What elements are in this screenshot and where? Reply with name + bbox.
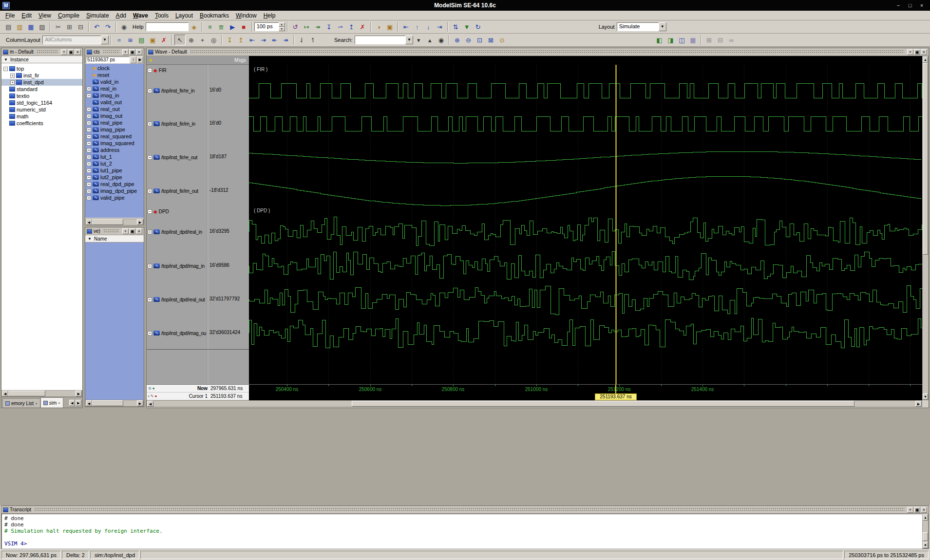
tab-scroll-right-icon[interactable]: ▶ [76, 400, 81, 406]
window-titlebar[interactable]: M ModelSim SE-64 10.6c −□× [0, 0, 930, 11]
signal-item-imag_pipe[interactable]: +∿imag_pipe [85, 126, 144, 133]
expander-icon[interactable]: + [87, 189, 91, 193]
undock-button[interactable]: ▣ [129, 228, 135, 234]
tab-close-icon[interactable]: × [58, 401, 60, 405]
titlebar-grip[interactable] [103, 229, 119, 233]
refresh-icon[interactable]: ↻ [473, 21, 484, 32]
scroll-up-icon[interactable]: ▲ [923, 514, 928, 521]
expand-pane-right-icon[interactable]: ◨ [665, 35, 676, 45]
zoom-button[interactable]: + [122, 228, 129, 234]
wave-group-dpd[interactable]: −◆DPD [148, 207, 206, 216]
expander-icon[interactable]: + [148, 230, 152, 234]
zoom-full-icon[interactable]: ⊡ [474, 35, 485, 45]
delete-cursor-icon[interactable]: ↥ [235, 35, 247, 45]
expander-icon[interactable]: + [148, 298, 152, 302]
signal-item-valid_out[interactable]: ∿valid_out [85, 99, 144, 106]
print-icon[interactable]: ▨ [37, 21, 48, 32]
new-file-icon[interactable]: ▤ [3, 21, 14, 32]
transcript-vscrollbar[interactable]: ▲ ▼ [922, 514, 929, 549]
add-selected-to-wave-icon[interactable]: ≈ [114, 35, 125, 45]
signal-item-imag_in[interactable]: +∿imag_in [85, 92, 144, 99]
signal-item-address[interactable]: +∿address [85, 147, 144, 153]
wave-signal-row[interactable]: +∿/top/inst_dpd/real_in [148, 227, 206, 236]
signal-item-lut_1[interactable]: +∿lut_1 [85, 153, 144, 160]
search-options-icon[interactable]: ◉ [436, 35, 447, 45]
scroll-left-icon[interactable]: ◀ [86, 219, 92, 225]
scroll-left-icon[interactable]: ◀ [86, 400, 92, 406]
layout-select[interactable]: Simulate [617, 22, 659, 31]
expander-icon[interactable]: + [87, 87, 91, 91]
lock-icon[interactable]: ▪ [148, 394, 150, 398]
tree-item-textio[interactable]: textio [1, 93, 82, 99]
expander-icon[interactable]: + [148, 89, 152, 93]
wave-vscrollbar[interactable]: ▲ ▼ [922, 56, 929, 400]
previous-falling-edge-icon[interactable]: ⇃ [296, 35, 307, 45]
tab-sim[interactable]: sim× [40, 397, 63, 408]
expander-icon[interactable]: + [148, 189, 152, 193]
scrollbar-thumb[interactable] [92, 219, 123, 225]
undock-button[interactable]: ▣ [68, 49, 74, 55]
minimize-button[interactable]: − [894, 2, 903, 9]
break-icon[interactable]: ■ [238, 21, 249, 32]
toggle-leaf-names-icon[interactable]: ∞ [726, 35, 737, 45]
expander-icon[interactable]: + [87, 128, 91, 132]
collapse-icon[interactable]: − [148, 68, 152, 73]
column-divider[interactable] [207, 65, 208, 384]
expand-all-icon[interactable]: ⊞ [703, 35, 715, 45]
objects-window-titlebar[interactable]: cts +▣× [85, 48, 144, 56]
signal-item-imag_dpd_pipe[interactable]: +∿imag_dpd_pipe [85, 187, 144, 194]
expander-icon[interactable]: + [148, 155, 152, 160]
signal-item-real_in[interactable]: +∿real_in [85, 85, 144, 92]
tree-item-inst_dpd[interactable]: +inst_dpd [1, 79, 82, 86]
wave-signal-row[interactable]: +∿/top/inst_dpd/imag_out [148, 329, 206, 337]
scrollbar-track[interactable] [923, 521, 928, 542]
help-topics-icon[interactable]: ◈ [189, 21, 200, 32]
run-length-input[interactable]: 100 ps [254, 22, 279, 31]
scrollbar-track[interactable] [92, 219, 137, 225]
expander-icon[interactable]: + [87, 141, 91, 146]
titlebar-grip[interactable] [34, 507, 904, 512]
tab-close-icon[interactable]: × [35, 401, 38, 406]
delete-wave-icon[interactable]: ✗ [158, 35, 170, 45]
next-transition-icon[interactable]: ⇥ [258, 35, 269, 45]
scroll-left-icon[interactable]: ◀ [147, 401, 153, 407]
signal-item-real_dpd_pipe[interactable]: +∿real_dpd_pipe [85, 181, 144, 187]
objects-hscrollbar[interactable]: ◀ ▶ [85, 219, 144, 225]
cursor-row[interactable]: ▪ ✎ ● Cursor 1 251193.637 ns [147, 392, 249, 400]
wave-canvas[interactable]: ( FIR )( DPD ) [249, 65, 922, 384]
stop-icon[interactable]: ✗ [357, 21, 368, 32]
expander-icon[interactable]: + [87, 114, 91, 118]
run-length-input-up-icon[interactable]: ▲ [279, 22, 285, 27]
search-down-icon[interactable]: ▾ [413, 35, 424, 45]
zoom-button[interactable]: + [907, 507, 913, 513]
sort-icon[interactable]: ⇅ [450, 21, 461, 32]
expander-icon[interactable]: + [87, 148, 91, 152]
signal-item-clock[interactable]: ◆clock [85, 65, 144, 72]
menu-window[interactable]: Window [232, 11, 260, 20]
expander-icon[interactable]: + [87, 168, 91, 173]
layout-select-dropdown-icon[interactable]: ▼ [659, 22, 666, 31]
menu-bookmarks[interactable]: Bookmarks [196, 11, 232, 20]
time-advance-icon[interactable]: ▶ [137, 56, 143, 63]
undock-button[interactable]: ▣ [914, 507, 920, 513]
zoom-cursor-icon[interactable]: ⊙ [496, 35, 508, 45]
sim-window-titlebar[interactable]: m - Default +▣× [1, 48, 82, 56]
search-up-icon[interactable]: ▴ [424, 35, 436, 45]
menu-add[interactable]: Add [113, 11, 130, 20]
simulate-icon[interactable]: ▶ [227, 21, 238, 32]
wave-signal-row[interactable]: +∿/top/inst_fir/im_in [148, 119, 206, 128]
undock-button[interactable]: ▣ [914, 49, 920, 55]
continue-run-icon[interactable]: ↠ [312, 21, 323, 32]
close-button[interactable]: × [136, 228, 142, 234]
menu-compile[interactable]: Compile [55, 11, 83, 20]
zoom-mode-icon[interactable]: ⊕ [186, 35, 197, 45]
find-icon[interactable]: ◉ [118, 21, 130, 32]
previous-edge-icon[interactable]: ↞ [269, 35, 280, 45]
scroll-right-icon[interactable]: ▶ [137, 219, 143, 225]
signal-item-lut2_pipe[interactable]: +∿lut2_pipe [85, 174, 144, 181]
scroll-up-icon[interactable]: ▲ [923, 56, 928, 63]
zoom-range-icon[interactable]: ⊠ [485, 35, 496, 45]
time-spinner-icon[interactable]: ↕ [130, 56, 136, 63]
zoom-out-icon[interactable]: ⊖ [463, 35, 474, 45]
performance-profile-icon[interactable]: ◑ [373, 21, 384, 32]
